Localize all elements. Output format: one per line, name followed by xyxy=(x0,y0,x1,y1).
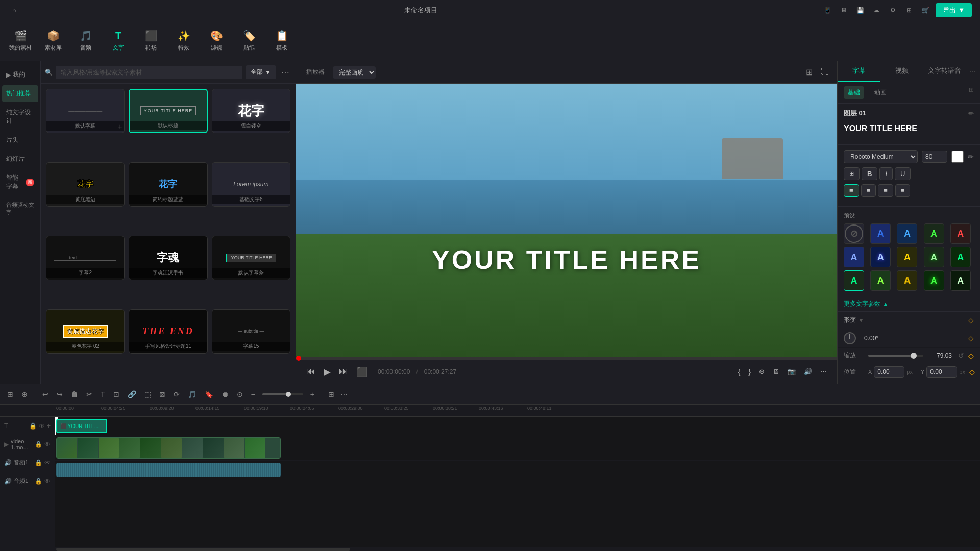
tl-crop-btn[interactable]: ⊡ xyxy=(110,388,122,400)
nav-audio-driven[interactable]: 音频驱动文字 xyxy=(2,197,38,220)
align-justify-btn[interactable]: ≡ xyxy=(895,184,911,197)
preset-7[interactable]: A xyxy=(897,247,917,267)
audio1-clip[interactable] xyxy=(56,463,281,477)
preset-14[interactable]: A xyxy=(950,270,971,291)
preset-11[interactable]: A xyxy=(870,270,891,291)
subtab-basic[interactable]: 基础 xyxy=(844,86,864,99)
tl-audio1-eye[interactable]: 👁 xyxy=(44,459,51,466)
next-frame-button[interactable]: ⏭ xyxy=(337,364,350,379)
nav-header[interactable]: 片头 xyxy=(2,132,38,148)
color-swatch[interactable] xyxy=(951,151,964,163)
mark-out-button[interactable]: } xyxy=(746,366,753,378)
preset-none[interactable]: ⊘ xyxy=(844,223,864,244)
scale-reset[interactable]: ↺ xyxy=(958,352,964,360)
preset-2[interactable]: A xyxy=(897,223,917,244)
layer-edit-icon[interactable]: ✏ xyxy=(968,110,974,117)
tool-text[interactable]: T 文字 xyxy=(103,23,134,59)
preset-10[interactable]: A xyxy=(844,270,864,291)
filter-button[interactable]: 全部 ▼ xyxy=(246,65,276,79)
insert-button[interactable]: ⊕ xyxy=(757,366,767,378)
more-ctrl-button[interactable]: ⋯ xyxy=(818,366,829,378)
tl-audio-btn[interactable]: 🎵 xyxy=(185,388,200,400)
tab-video[interactable]: 视频 xyxy=(880,61,923,82)
card-default-title[interactable]: YOUR TITLE HERE 默认标题 xyxy=(129,89,207,133)
tl-cut-btn[interactable]: ✂ xyxy=(83,388,95,400)
home-icon[interactable]: ⌂ xyxy=(8,4,20,16)
monitor-button[interactable]: 🖥 xyxy=(771,366,781,378)
card-default-bar[interactable]: YOUR TITLE HERE 默认字幕条 ⬇ xyxy=(212,236,290,280)
card-zimui15[interactable]: — subtitle — 字幕15 ⬇ xyxy=(212,309,290,354)
tab-more[interactable]: ⋯ xyxy=(966,61,980,82)
tl-link-btn[interactable]: 🔗 xyxy=(125,388,139,400)
play-button[interactable]: ▶ xyxy=(322,364,333,380)
tl-split-btn[interactable]: ⊠ xyxy=(156,388,168,400)
zoom-slider[interactable] xyxy=(262,393,303,395)
tl-text-lock[interactable]: 🔒 xyxy=(29,422,37,430)
fullscreen-icon[interactable]: ⛶ xyxy=(819,65,831,79)
position-diamond[interactable]: ◇ xyxy=(969,368,975,376)
scale-slider[interactable] xyxy=(868,355,923,357)
tl-video-lock[interactable]: 🔒 xyxy=(35,441,42,448)
preset-12[interactable]: A xyxy=(897,270,917,291)
card-theend[interactable]: THE END 手写风格设计标题11 ⬇ xyxy=(129,309,207,354)
font-size-input[interactable] xyxy=(922,151,947,163)
preset-4[interactable]: A xyxy=(950,223,971,244)
preset-5[interactable]: A xyxy=(844,247,864,267)
nav-mine[interactable]: ▶ 我的 xyxy=(2,66,38,83)
rotation-diamond[interactable]: ◇ xyxy=(968,334,974,342)
bold-btn[interactable]: B xyxy=(862,167,877,180)
tl-video-eye[interactable]: 👁 xyxy=(44,441,51,448)
save-icon[interactable]: 💾 xyxy=(854,4,866,16)
tl-layout-btn[interactable]: ⊞ xyxy=(326,388,336,400)
more-button[interactable]: ⋯ xyxy=(279,65,291,79)
nav-hot[interactable]: 热门推荐 xyxy=(2,85,38,102)
screenshot-button[interactable]: 📷 xyxy=(786,366,798,378)
mark-in-button[interactable]: { xyxy=(736,366,743,378)
align-right-btn[interactable]: ≡ xyxy=(878,184,893,197)
nav-text-design[interactable]: 纯文字设计 xyxy=(2,104,38,130)
card-zimui2[interactable]: ——— text ——— 字幕2 ⬇ xyxy=(46,236,125,280)
italic-btn[interactable]: I xyxy=(879,167,893,180)
preset-6[interactable]: A xyxy=(870,247,891,267)
subtab-animation[interactable]: 动画 xyxy=(870,86,891,99)
tl-audio2-eye[interactable]: 👁 xyxy=(44,478,51,485)
tl-text-btn[interactable]: T xyxy=(97,388,108,400)
card-huazi-white[interactable]: 花字 雪白镂空 ⬇ xyxy=(212,89,290,133)
font-select[interactable]: Roboto Medium xyxy=(844,150,918,163)
card-zihun[interactable]: 字魂 字魂江汉手书 ⬇ xyxy=(129,236,207,280)
tl-undo-btn[interactable]: ↩ xyxy=(39,388,52,400)
tool-sticker[interactable]: 🏷️ 贴纸 xyxy=(234,23,264,59)
stop-button[interactable]: ⬛ xyxy=(354,364,370,380)
subtab-more[interactable]: ⊞ xyxy=(969,86,974,99)
shape-header[interactable]: 形变 ▼ ◇ xyxy=(838,312,980,329)
search-input[interactable] xyxy=(56,66,242,79)
export-button[interactable]: 导出 ▼ xyxy=(936,3,972,17)
cart-icon[interactable]: 🛒 xyxy=(919,4,932,16)
preset-3[interactable]: A xyxy=(924,223,944,244)
tab-subtitle[interactable]: 字幕 xyxy=(838,61,880,82)
nav-smart[interactable]: 智能字幕 新 xyxy=(2,169,38,195)
x-input[interactable] xyxy=(874,366,904,378)
tl-delete-btn[interactable]: 🗑 xyxy=(68,388,81,400)
align-left-btn[interactable]: ≡ xyxy=(844,184,859,197)
tl-text-add[interactable]: + xyxy=(47,422,51,430)
preset-13[interactable]: A xyxy=(924,270,944,291)
card-yellow-border[interactable]: 花字 黄底黑边 ⬇ xyxy=(46,162,125,207)
quality-select[interactable]: 完整画质 xyxy=(333,66,376,79)
scale-diamond[interactable]: ◇ xyxy=(968,352,974,360)
tool-media[interactable]: 🎬 我的素材 xyxy=(5,23,36,59)
mobile-icon[interactable]: 📱 xyxy=(821,4,834,16)
player-button[interactable]: 播放器 xyxy=(302,66,329,79)
underline-btn[interactable]: U xyxy=(895,167,911,180)
prev-frame-button[interactable]: ⏮ xyxy=(304,364,317,379)
card-yellow-flower[interactable]: 黄底描边花字 黄色花字 02 ⬇ xyxy=(46,309,125,354)
tl-audio1-lock[interactable]: 🔒 xyxy=(35,459,42,466)
color-edit-icon[interactable]: ✏ xyxy=(968,153,974,161)
card-simple-blue[interactable]: 花字 简约标题蓝蓝 ⬇ xyxy=(129,162,207,207)
tool-transition[interactable]: ⬛ 转场 xyxy=(136,23,166,59)
tool-effects[interactable]: ✨ 特效 xyxy=(168,23,199,59)
tl-unlink-btn[interactable]: ⬚ xyxy=(141,388,154,400)
tab-tts[interactable]: 文字转语音 xyxy=(923,61,966,82)
tl-redo-btn[interactable]: ↪ xyxy=(54,388,66,400)
align-center-btn[interactable]: ≡ xyxy=(861,184,876,197)
